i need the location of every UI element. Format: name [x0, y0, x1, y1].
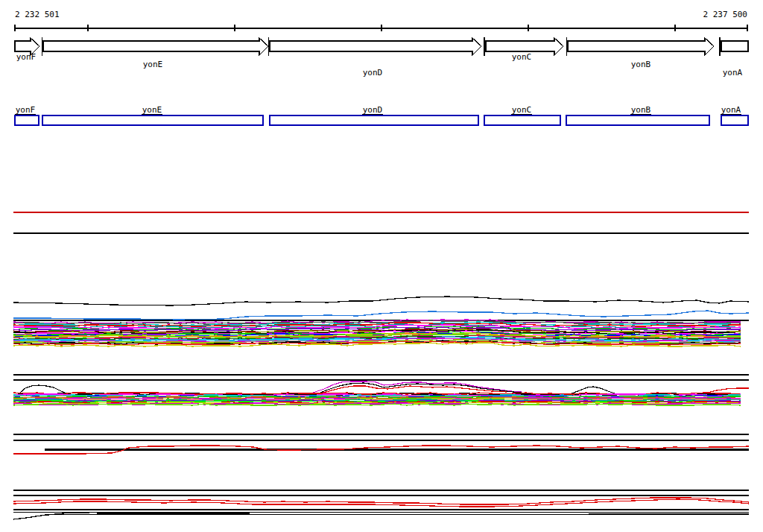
gene-box-yonB[interactable]: [566, 115, 709, 125]
gene-label-yonD: yonD: [363, 68, 383, 77]
gene-label-yonF: yonF: [16, 52, 37, 62]
gene-link-yonF[interactable]: yonF: [16, 105, 36, 115]
gene-arrow-yonD[interactable]: [270, 38, 481, 55]
gene-arrow-yonE[interactable]: [43, 38, 268, 55]
gene-box-yonC[interactable]: [484, 115, 560, 125]
gene-link-yonA[interactable]: yonA: [721, 105, 741, 115]
band1-top-black: [13, 297, 749, 305]
gene-box-yonF[interactable]: [15, 115, 39, 125]
gene-label-yonE: yonE: [143, 60, 163, 69]
band1-blue: [13, 311, 749, 320]
gene-arrow-yonB[interactable]: [568, 38, 714, 55]
sec4-red-lower: [13, 499, 749, 507]
genome-browser: 2 232 501 2 237 500 yonFyonEyonDyonCyonB…: [0, 0, 763, 532]
gene-label-yonA: yonA: [723, 68, 743, 77]
gene-link-yonC[interactable]: yonC: [512, 105, 532, 115]
gene-box-yonD[interactable]: [270, 115, 478, 125]
gene-box-yonA[interactable]: [721, 115, 748, 125]
gene-label-yonB: yonB: [631, 60, 651, 69]
gene-label-yonC: yonC: [512, 52, 532, 62]
gene-arrow-yonA[interactable]: [721, 41, 748, 51]
sec4-red-upper: [13, 498, 749, 504]
gene-link-yonB[interactable]: yonB: [631, 105, 651, 115]
sec4-black-diagonal: [13, 513, 89, 519]
gene-link-yonD[interactable]: yonD: [363, 105, 383, 115]
gene-link-yonE[interactable]: yonE: [142, 105, 162, 115]
browser-canvas: yonFyonEyonDyonCyonByonAyonFyonEyonDyonC…: [0, 0, 763, 532]
gene-box-yonE[interactable]: [42, 115, 263, 125]
